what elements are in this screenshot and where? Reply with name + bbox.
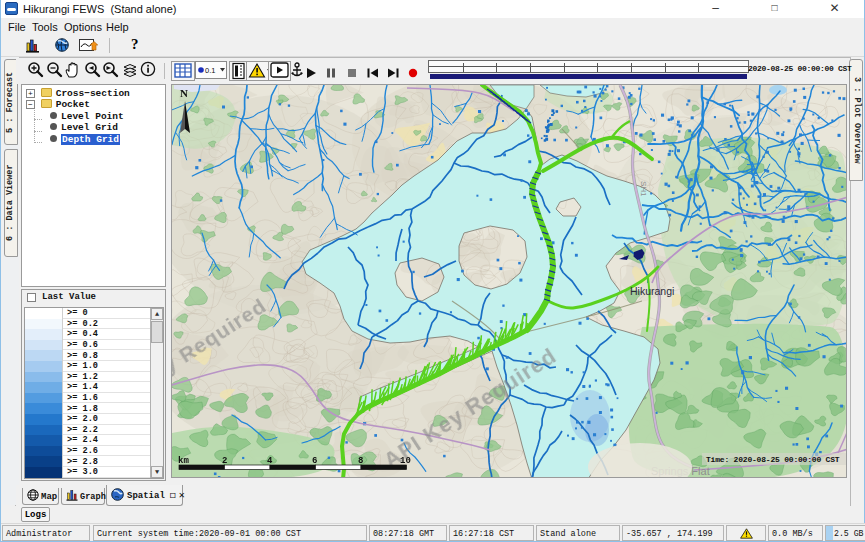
svg-text:8: 8 [358,456,363,466]
svg-text:Hikurangi: Hikurangi [630,285,674,297]
svg-text:0.1: 0.1 [205,66,215,75]
svg-text:2: 2 [222,456,227,466]
svg-text:SH1: SH1 [639,181,648,197]
svg-text:4: 4 [267,456,273,466]
svg-text:km: km [178,456,189,466]
svg-text:6: 6 [312,456,317,466]
svg-text:10: 10 [400,456,411,466]
svg-text:Time: 2020-08-25 00:00:00 CST: Time: 2020-08-25 00:00:00 CST [706,455,840,464]
svg-text:N: N [180,87,188,99]
